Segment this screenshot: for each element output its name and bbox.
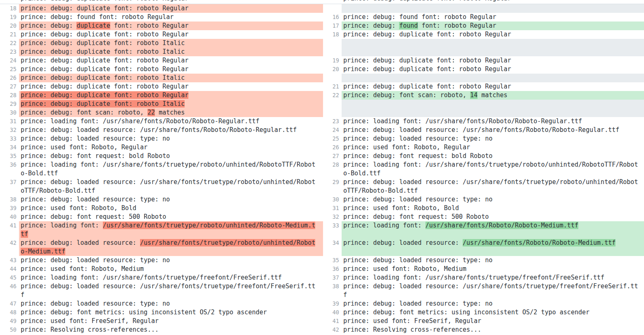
diff-line-number-right[interactable]: 25 (323, 134, 342, 143)
diff-code-line-left: prince: loading font: /usr/share/fonts/t… (19, 160, 323, 178)
diff-code-line-left: prince: used font: Roboto, Bold (19, 204, 323, 213)
diff-line-number-right[interactable]: 22 (323, 91, 342, 100)
diff-line-number-left[interactable]: 47 (0, 299, 19, 308)
diff-line-number-left[interactable]: 26 (0, 74, 19, 82)
diff-line-number-left[interactable]: 35 (0, 152, 19, 160)
diff-line-number-left[interactable]: 42 (0, 239, 19, 256)
diff-line-number-right (323, 108, 342, 117)
log-text-segment: prince: Resolving cross-references... (343, 326, 481, 333)
diff-line-number-right[interactable]: 16 (323, 13, 342, 22)
diff-line-number-right (323, 4, 342, 13)
log-text-segment: prince: debug: (21, 22, 76, 29)
diff-line-number-left[interactable]: 29 (0, 100, 19, 108)
diff-line-number-right[interactable]: 30 (323, 195, 342, 204)
log-line-text: prince: used font: FreeSerif, Regular (343, 317, 639, 325)
diff-line-number-right[interactable]: 38 (323, 282, 342, 299)
log-line-text: prince: debug: duplicate font: roboto Re… (343, 30, 639, 39)
log-text-segment: prince: debug: duplicate font: roboto Re… (343, 65, 511, 73)
diff-line-number-left[interactable]: 43 (0, 256, 19, 265)
word-diff-highlight: prince: debug: duplicate font: roboto Re… (21, 91, 188, 99)
diff-line-number-left[interactable]: 24 (0, 56, 19, 65)
log-line-text: prince: debug: loaded resource: /usr/sha… (21, 126, 316, 134)
diff-line-number-left[interactable]: 44 (0, 265, 19, 273)
diff-code-line-left: prince: debug: loaded resource: type: no (19, 256, 323, 265)
diff-line-number-right[interactable]: 20 (323, 65, 342, 74)
log-text-segment: prince: debug: loaded resource: /usr/sha… (21, 282, 315, 299)
diff-line-number-left[interactable]: 18 (0, 4, 19, 13)
diff-line-number-right[interactable]: 36 (323, 265, 342, 273)
log-line-text: prince: loading font: /usr/share/fonts/t… (343, 273, 639, 282)
diff-line-number-right[interactable]: 17 (323, 22, 342, 30)
diff-line-number-right[interactable]: 40 (323, 308, 342, 317)
diff-line-number-left[interactable]: 25 (0, 65, 19, 74)
diff-line-number-right[interactable]: 41 (323, 317, 342, 325)
log-line-text: prince: debug: duplicate font: roboto Re… (21, 22, 316, 30)
diff-line-number-right[interactable]: 18 (323, 30, 342, 39)
diff-line-number-left[interactable]: 33 (0, 134, 19, 143)
log-text-segment: prince: loading font: /usr/share/fonts/t… (343, 274, 604, 281)
log-text-segment: matches (478, 91, 507, 99)
log-line-text: prince: debug: loaded resource: type: no (343, 134, 639, 143)
diff-line-number-left[interactable]: 30 (0, 108, 19, 117)
diff-line-number-right[interactable]: 31 (323, 204, 342, 213)
diff-line-number-left[interactable]: 34 (0, 143, 19, 152)
diff-line-number-right[interactable]: 23 (323, 117, 342, 126)
diff-line-number-right[interactable]: 21 (323, 82, 342, 91)
word-diff-highlight: duplicate (76, 22, 110, 29)
log-line-text: prince: debug: duplicate font: roboto It… (21, 48, 316, 56)
diff-line-number-left[interactable]: 41 (0, 221, 19, 239)
log-line-text: prince: debug: loaded resource: /usr/sha… (343, 239, 639, 247)
log-text-segment: prince: used font: Roboto, Bold (21, 204, 136, 212)
diff-line-number-right[interactable]: 32 (323, 213, 342, 221)
diff-line-number-right[interactable]: 34 (323, 239, 342, 256)
diff-line-number-right[interactable]: 27 (323, 152, 342, 160)
diff-line-number-right[interactable]: 19 (323, 56, 342, 65)
diff-line-number-right[interactable]: 29 (323, 178, 342, 195)
diff-line-number-left[interactable]: 31 (0, 117, 19, 126)
diff-line-number-right[interactable]: 37 (323, 273, 342, 282)
diff-line-number-left[interactable]: 21 (0, 30, 19, 39)
log-line-text: prince: debug: font request: 500 Roboto (21, 213, 316, 221)
log-line-text: prince: debug: loaded resource: /usr/sha… (21, 282, 316, 299)
diff-line-number-right[interactable]: 33 (323, 221, 342, 239)
diff-line-number-right[interactable]: 26 (323, 143, 342, 152)
diff-line-number-right[interactable]: 42 (323, 325, 342, 334)
diff-line-number-right[interactable]: 35 (323, 256, 342, 265)
log-line-text: prince: loading font: /usr/share/fonts/R… (343, 117, 639, 126)
diff-line-number-left[interactable]: 19 (0, 13, 19, 22)
diff-code-line-right: prince: debug: loaded resource: type: no (342, 134, 644, 143)
diff-line-number-right (323, 0, 342, 4)
diff-code-line-right: prince: debug: loaded resource: /usr/sha… (342, 282, 644, 299)
log-line-text: prince: debug: duplicate font: roboto Re… (343, 65, 639, 74)
diff-line-number-right[interactable]: 39 (323, 299, 342, 308)
log-line-text: prince: loading font: /usr/share/fonts/t… (343, 160, 639, 178)
log-line-text: prince: debug: loaded resource: /usr/sha… (343, 126, 639, 134)
diff-line-number-left[interactable]: 23 (0, 48, 19, 56)
log-line-text: prince: debug: duplicate font: roboto Re… (21, 65, 316, 74)
diff-line-number-left[interactable]: 48 (0, 308, 19, 317)
diff-line-number-left[interactable]: 39 (0, 204, 19, 213)
diff-line-number-left[interactable]: 50 (0, 325, 19, 334)
diff-line-number-left[interactable]: 28 (0, 91, 19, 100)
diff-line-number-left[interactable]: 32 (0, 126, 19, 134)
diff-line-number-right[interactable]: 28 (323, 160, 342, 178)
diff-line-number-left[interactable]: 36 (0, 160, 19, 178)
diff-line-number-left[interactable]: 27 (0, 82, 19, 91)
diff-code-line-right: prince: used font: Roboto, Regular (342, 143, 644, 152)
diff-line-number-left[interactable]: 46 (0, 282, 19, 299)
diff-line-number-left[interactable]: 49 (0, 317, 19, 325)
diff-line-number-left[interactable]: 45 (0, 273, 19, 282)
diff-line-number-left[interactable]: 38 (0, 195, 19, 204)
diff-line-number-left[interactable]: 22 (0, 39, 19, 48)
log-line-text: prince: used font: Roboto, Bold (21, 204, 316, 213)
diff-code-line-left: prince: debug: duplicate font: roboto It… (19, 74, 323, 82)
log-line-text: prince: used font: FreeSerif, Regular (21, 317, 316, 325)
diff-code-line-right: prince: debug: font scan: roboto, 14 mat… (342, 91, 644, 100)
diff-line-number-left[interactable]: 37 (0, 178, 19, 195)
diff-code-line-left: prince: debug: font metrics: using incon… (19, 308, 323, 317)
diff-code-line-left: prince: used font: FreeSerif, Regular (19, 317, 323, 325)
diff-line-number-right[interactable]: 24 (323, 126, 342, 134)
diff-line-number-left[interactable]: 40 (0, 213, 19, 221)
diff-line-number-left[interactable]: 20 (0, 22, 19, 30)
log-text-segment: prince: debug: duplicate font: roboto Re… (343, 57, 511, 64)
